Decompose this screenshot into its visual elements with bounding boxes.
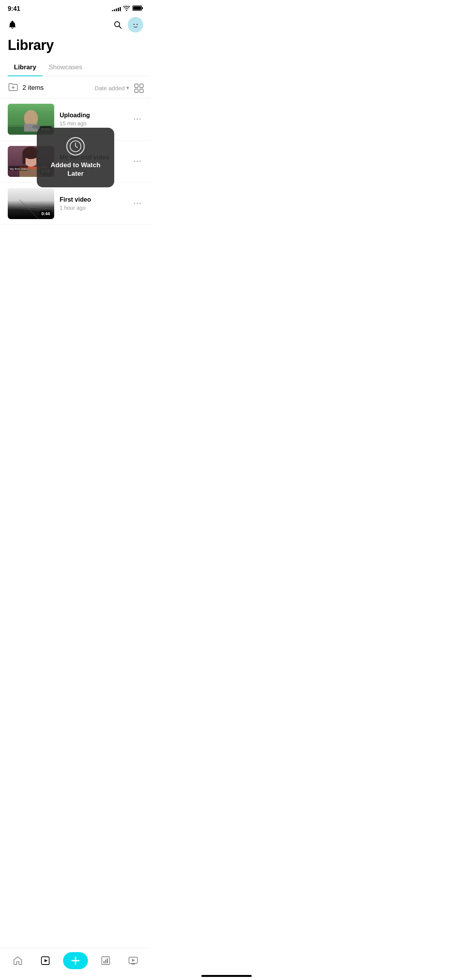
status-icons [112, 5, 143, 12]
toast-notification: Added to Watch Later [37, 128, 114, 187]
video-meta-1: 15 min ago [60, 120, 127, 127]
page-title: Library [0, 36, 151, 60]
item-count: 2 items [22, 84, 44, 92]
svg-rect-20 [22, 153, 26, 164]
list-item: 0:44 First video 1 hour ago ··· [0, 183, 151, 225]
svg-rect-10 [140, 89, 143, 93]
more-options-1[interactable]: ··· [132, 114, 143, 125]
tabs: Library Showcases [0, 60, 151, 76]
svg-point-6 [137, 24, 138, 25]
tab-library[interactable]: Library [8, 60, 43, 76]
signal-icon [112, 7, 121, 11]
video-info-1: Uploading 15 min ago [60, 112, 127, 127]
status-bar: 9:41 [0, 0, 151, 15]
add-folder-icon[interactable] [8, 82, 19, 94]
header [0, 15, 151, 36]
bell-button[interactable] [8, 20, 17, 29]
grid-view-button[interactable] [134, 83, 143, 93]
toast-text: Added to Watch Later [49, 161, 102, 178]
wifi-icon [123, 5, 130, 12]
sort-button[interactable]: Date added ▾ [94, 84, 129, 91]
video-meta-3: 1 hour ago [60, 205, 127, 211]
header-right [113, 17, 143, 33]
avatar[interactable] [128, 17, 143, 33]
video-info-3: First video 1 hour ago [60, 196, 127, 211]
status-time: 9:41 [8, 5, 20, 12]
thumbnail-3[interactable]: 0:44 [8, 188, 54, 219]
more-options-3[interactable]: ··· [132, 198, 143, 209]
more-options-2[interactable]: ··· [132, 156, 143, 167]
svg-point-5 [134, 24, 135, 25]
video-title-3: First video [60, 196, 127, 203]
toolbar: 2 items Date added ▾ [0, 76, 151, 98]
svg-rect-2 [133, 7, 141, 10]
toolbar-left: 2 items [8, 82, 44, 94]
svg-rect-8 [140, 84, 143, 87]
search-button[interactable] [113, 20, 122, 29]
chevron-down-icon: ▾ [126, 84, 129, 91]
svg-point-4 [130, 20, 141, 30]
toolbar-right: Date added ▾ [94, 83, 143, 93]
video-title-1: Uploading [60, 112, 127, 119]
clock-icon [66, 137, 85, 156]
battery-icon [132, 5, 143, 12]
svg-rect-9 [135, 89, 138, 93]
svg-rect-1 [142, 7, 143, 9]
duration-badge-3: 0:44 [39, 211, 52, 217]
tab-showcases[interactable]: Showcases [43, 60, 89, 76]
svg-text:My first video: My first video [10, 167, 28, 171]
svg-rect-7 [135, 84, 138, 87]
